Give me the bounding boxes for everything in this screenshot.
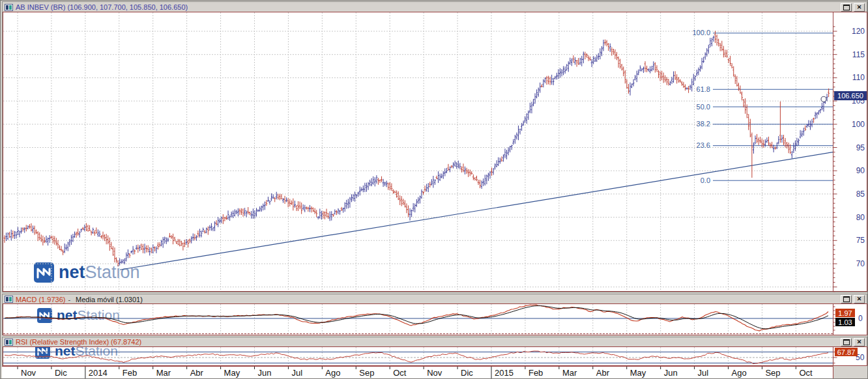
netstation-logo-icon [37, 308, 52, 323]
macd-panel-titlebar: MACD (1.9736) - Media móvil (1.0301) ✕ [3, 294, 867, 304]
macd-signal-title: Media móvil (1.0301) [76, 296, 143, 303]
macd-title: MACD (1.9736) [16, 296, 65, 303]
netstation-watermark: netStation [37, 307, 120, 323]
bottom-right-corner [833, 366, 867, 379]
macd-title-separator: - [68, 296, 70, 303]
chart-icon [5, 296, 13, 303]
close-button[interactable]: ✕ [854, 3, 865, 12]
time-axis-band[interactable] [2, 366, 833, 379]
price-panel-titlebar: AB INBEV (BR) (106.900, 107.700, 105.850… [3, 2, 867, 12]
close-button[interactable]: ✕ [854, 338, 865, 346]
rsi-title: RSI (Relative Strength Index) (67.8742) [16, 338, 141, 346]
maximize-icon [843, 5, 850, 10]
netstation-logo-icon [34, 262, 54, 283]
chart-icon [5, 4, 13, 11]
maximize-button[interactable] [841, 3, 852, 12]
maximize-icon [843, 339, 850, 345]
close-button[interactable]: ✕ [854, 295, 865, 303]
maximize-button[interactable] [841, 295, 852, 303]
rsi-panel-titlebar: RSI (Relative Strength Index) (67.8742) … [3, 337, 867, 346]
netstation-watermark: netStation [34, 262, 140, 283]
price-panel-title: AB INBEV (BR) (106.900, 107.700, 105.850… [16, 3, 188, 11]
chart-icon [5, 339, 13, 346]
price-panel: AB INBEV (BR) (106.900, 107.700, 105.850… [2, 1, 867, 292]
netstation-wordmark: netStation [57, 307, 120, 323]
netstation-wordmark: netStation [55, 347, 118, 359]
netstation-window: AB INBEV (BR) (106.900, 107.700, 105.850… [0, 0, 868, 379]
maximize-icon [843, 296, 850, 302]
netstation-watermark: netStation [35, 347, 118, 359]
maximize-button[interactable] [841, 338, 852, 346]
netstation-wordmark: netStation [59, 262, 140, 283]
rsi-watermark-clip: netStation [3, 347, 833, 365]
netstation-logo-icon [35, 347, 50, 359]
macd-panel: MACD (1.9736) - Media móvil (1.0301) ✕ n… [2, 294, 867, 335]
